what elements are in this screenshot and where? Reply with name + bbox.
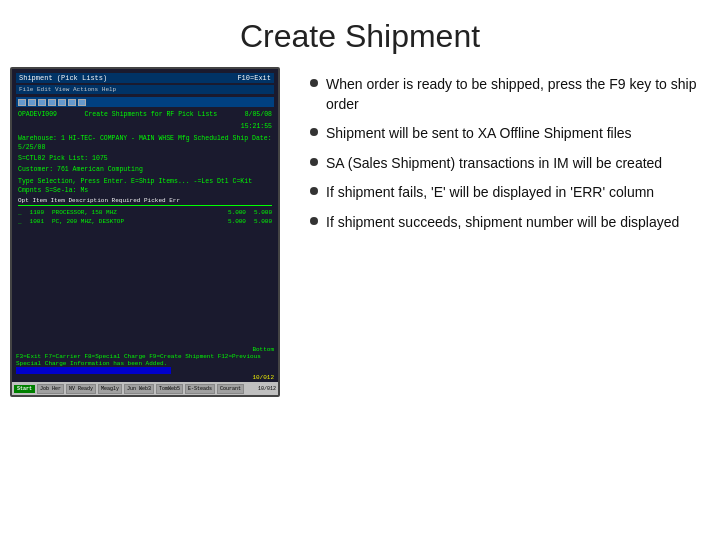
screen-toolbar (16, 97, 274, 107)
list-item-5: If shipment succeeds, shipment number wi… (310, 213, 702, 233)
progress-label: 10/012 (16, 374, 274, 381)
taskbar-item-7[interactable]: Courant (217, 384, 244, 394)
row1-required: 5.000 (228, 208, 246, 217)
bullet-list: When order is ready to be shipped, press… (306, 67, 710, 241)
taskbar-item-4[interactable]: Jun Web3 (124, 384, 154, 394)
row1-item: 1100 (30, 208, 44, 217)
content-area: Shipment (Pick Lists) F10=Exit File Edit… (0, 67, 720, 537)
bullet-dot-4 (310, 187, 318, 195)
screen-panel: Shipment (Pick Lists) F10=Exit File Edit… (10, 67, 290, 537)
row1-picked: 5.000 (254, 208, 272, 217)
list-item-3: SA (Sales Shipment) transactions in IM w… (310, 154, 702, 174)
taskbar-item-2[interactable]: NV Ready (66, 384, 96, 394)
toolbar-btn-6[interactable] (68, 99, 76, 106)
toolbar-btn-4[interactable] (48, 99, 56, 106)
screen-header-row: OPADEVI009 Create Shipments for RF Pick … (18, 110, 272, 119)
screen-table-header: Opt Item Item Description Required Picke… (18, 197, 272, 206)
screen-type: Type Selection, Press Enter. E=Ship Item… (18, 177, 272, 195)
row1-opt: _ (18, 208, 22, 217)
screen-warehouse: Warehouse: 1 HI-TEC- COMPANY - MAIN WHSE… (18, 134, 272, 152)
toolbar-btn-3[interactable] (38, 99, 46, 106)
screen-header-right: 8/05/08 (245, 110, 272, 119)
screen-header-left: OPADEVI009 (18, 110, 57, 119)
table-row: _ 1001 PC, 200 MHZ, DESKTOP 5.000 5.000 (18, 217, 272, 226)
screen-customer: Customer: 761 American Computing (18, 165, 272, 174)
taskbar-time: 10/012 (258, 386, 276, 392)
screen-taskbar: Start Job Her NV Ready Meagly Jun Web3 T… (12, 382, 278, 395)
toolbar-btn-1[interactable] (18, 99, 26, 106)
bullets-panel: When order is ready to be shipped, press… (306, 67, 710, 537)
list-item-2: Shipment will be sent to XA Offline Ship… (310, 124, 702, 144)
page-title: Create Shipment (0, 0, 720, 67)
bullet-dot-1 (310, 79, 318, 87)
bullet-text-3: SA (Sales Shipment) transactions in IM w… (326, 154, 662, 174)
bullet-text-1: When order is ready to be shipped, press… (326, 75, 702, 114)
screen-image: Shipment (Pick Lists) F10=Exit File Edit… (10, 67, 280, 397)
toolbar-btn-2[interactable] (28, 99, 36, 106)
taskbar-item-3[interactable]: Meagly (98, 384, 122, 394)
bullet-dot-2 (310, 128, 318, 136)
screen-titlebar-left: Shipment (Pick Lists) (19, 74, 107, 82)
function-keys: F3=Exit F7=Carrier F8=Special Charge F9=… (16, 353, 274, 360)
row1-desc: PROCESSOR, 158 MHZ (52, 208, 220, 217)
screen-picklist: S=CTL02 Pick List: 1075 (18, 154, 272, 163)
bullet-text-4: If shipment fails, 'E' will be displayed… (326, 183, 654, 203)
row2-required: 5.000 (228, 217, 246, 226)
screen-header-center: Create Shipments for RF Pick Lists (85, 110, 218, 119)
screen-time: 15:21:55 (18, 122, 272, 131)
taskbar-item-5[interactable]: TomWeb5 (156, 384, 183, 394)
bullet-text-2: Shipment will be sent to XA Offline Ship… (326, 124, 632, 144)
row2-opt: _ (18, 217, 22, 226)
row2-desc: PC, 200 MHZ, DESKTOP (52, 217, 220, 226)
taskbar-start[interactable]: Start (14, 385, 35, 393)
progress-bar (16, 367, 171, 374)
status-msg: Special Charge Information has been Adde… (16, 360, 274, 367)
taskbar-item-1[interactable]: Job Her (37, 384, 64, 394)
row2-item: 1001 (30, 217, 44, 226)
taskbar-item-6[interactable]: E-Steads (185, 384, 215, 394)
bullet-dot-5 (310, 217, 318, 225)
bullet-text-5: If shipment succeeds, shipment number wi… (326, 213, 679, 233)
toolbar-btn-7[interactable] (78, 99, 86, 106)
screen-body: OPADEVI009 Create Shipments for RF Pick … (16, 110, 274, 226)
screen-titlebar: Shipment (Pick Lists) F10=Exit (16, 73, 274, 83)
list-item-1: When order is ready to be shipped, press… (310, 75, 702, 114)
progress-area: 10/012 (16, 367, 274, 381)
row2-picked: 5.000 (254, 217, 272, 226)
screen-footer: Bottom F3=Exit F7=Carrier F8=Special Cha… (16, 346, 274, 367)
bottom-label: Bottom (16, 346, 274, 353)
bullet-dot-3 (310, 158, 318, 166)
table-row: _ 1100 PROCESSOR, 158 MHZ 5.000 5.000 (18, 208, 272, 217)
screen-titlebar-right: F10=Exit (237, 74, 271, 82)
toolbar-btn-5[interactable] (58, 99, 66, 106)
list-item-4: If shipment fails, 'E' will be displayed… (310, 183, 702, 203)
screen-menubar: File Edit View Actions Help (16, 85, 274, 94)
